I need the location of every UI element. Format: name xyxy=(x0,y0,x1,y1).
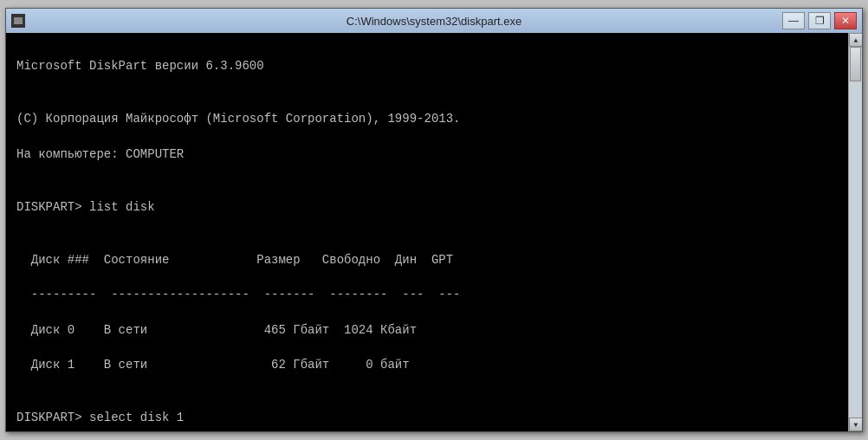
scroll-thumb[interactable] xyxy=(850,47,861,81)
console-line-4: На компьютере: COMPUTER xyxy=(16,146,838,163)
cmd-window: C:\Windows\system32\diskpart.exe — ❐ ✕ M… xyxy=(5,8,863,432)
scroll-down-button[interactable]: ▼ xyxy=(849,417,862,431)
console-line-6: DISKPART> list disk xyxy=(16,198,838,216)
cmd-icon xyxy=(11,14,25,28)
console-line-9: DISKPART> select disk 1 xyxy=(16,409,838,426)
title-bar-left xyxy=(11,14,25,28)
window-body: Microsoft DiskPart версии 6.3.9600 (C) К… xyxy=(6,33,862,431)
window-controls: — ❐ ✕ xyxy=(782,12,857,29)
table-header: Диск ### Состояние Размер Свободно Дин G… xyxy=(16,251,838,269)
scrollbar[interactable]: ▲ ▼ xyxy=(848,33,862,431)
minimize-button[interactable]: — xyxy=(782,12,805,29)
title-bar: C:\Windows\system32\diskpart.exe — ❐ ✕ xyxy=(6,9,862,33)
table-row-1: Диск 0 В сети 465 Гбайт 1024 Кбайт xyxy=(16,321,838,339)
table-sep: --------- ------------------- ------- --… xyxy=(16,286,838,303)
console-output[interactable]: Microsoft DiskPart версии 6.3.9600 (C) К… xyxy=(6,33,848,431)
close-button[interactable]: ✕ xyxy=(834,12,857,29)
table-row-2: Диск 1 В сети 62 Гбайт 0 байт xyxy=(16,356,838,373)
scroll-track[interactable] xyxy=(849,47,862,417)
window-title: C:\Windows\system32\diskpart.exe xyxy=(347,15,521,28)
console-line-1: Microsoft DiskPart версии 6.3.9600 xyxy=(16,57,838,74)
scroll-up-button[interactable]: ▲ xyxy=(849,33,862,47)
console-line-3: (C) Корпорация Майкрософт (Microsoft Cor… xyxy=(16,110,838,127)
restore-button[interactable]: ❐ xyxy=(808,12,831,29)
